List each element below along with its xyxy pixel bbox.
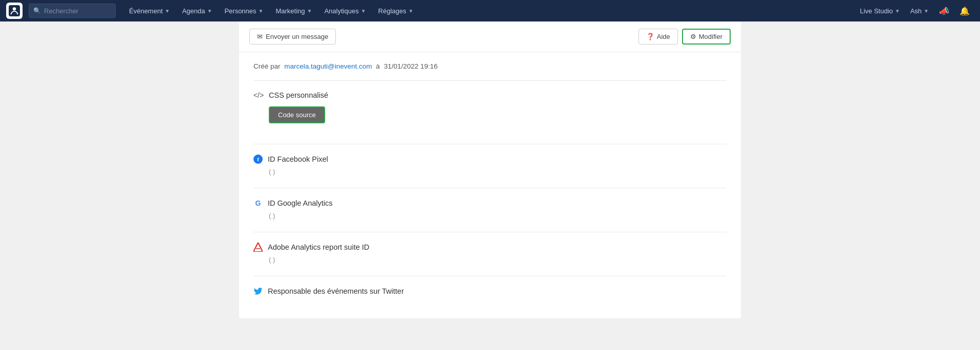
divider xyxy=(253,276,727,276)
megaphone-icon: 📣 xyxy=(939,6,949,16)
divider xyxy=(253,144,727,144)
notifications-megaphone-button[interactable]: 📣 xyxy=(935,0,953,21)
chevron-down-icon: ▼ xyxy=(409,8,414,14)
google-analytics-section: G ID Google Analytics ( ) xyxy=(253,199,727,220)
chevron-down-icon: ▼ xyxy=(895,8,900,14)
facebook-pixel-value: ( ) xyxy=(269,168,727,176)
source-code-button[interactable]: Code source xyxy=(269,106,325,123)
chevron-down-icon: ▼ xyxy=(259,8,264,14)
nav-right-section: Live Studio ▼ Ash ▼ 📣 🔔 xyxy=(856,0,974,21)
facebook-icon: f xyxy=(253,155,263,164)
top-navigation: 🔍 Événement ▼ Agenda ▼ Personnes ▼ Marke… xyxy=(0,0,980,21)
creator-email: marcela.taguti@inevent.com xyxy=(284,62,372,70)
nav-item-reglages[interactable]: Réglages ▼ xyxy=(373,0,419,21)
action-bar: ✉ Envoyer un message ❓ Aide ⚙ Modifier xyxy=(239,21,741,52)
notifications-bell-button[interactable]: 🔔 xyxy=(955,0,974,21)
creator-info: Créé par marcela.taguti@inevent.com à 31… xyxy=(253,62,727,81)
chevron-down-icon: ▼ xyxy=(307,8,312,14)
adobe-analytics-title: Adobe Analytics report suite ID xyxy=(268,243,369,251)
divider xyxy=(253,188,727,188)
nav-item-analytiques[interactable]: Analytiques ▼ xyxy=(319,0,371,21)
nav-item-evenement[interactable]: Événement ▼ xyxy=(124,0,175,21)
facebook-pixel-section: f ID Facebook Pixel ( ) xyxy=(253,155,727,176)
css-section-header: </> CSS personnalisé xyxy=(253,91,727,99)
css-section: </> CSS personnalisé Code source xyxy=(253,91,727,134)
search-box[interactable]: 🔍 xyxy=(29,4,116,18)
send-message-button[interactable]: ✉ Envoyer un message xyxy=(249,29,336,45)
adobe-analytics-value: ( ) xyxy=(269,256,727,264)
gear-icon: ⚙ xyxy=(690,33,696,40)
main-content: ✉ Envoyer un message ❓ Aide ⚙ Modifier C… xyxy=(0,21,980,350)
chevron-down-icon: ▼ xyxy=(924,8,929,14)
divider xyxy=(253,232,727,232)
search-icon: 🔍 xyxy=(33,7,41,14)
chevron-down-icon: ▼ xyxy=(165,8,170,14)
twitter-title: Responsable des événements sur Twitter xyxy=(268,287,404,295)
content-card: ✉ Envoyer un message ❓ Aide ⚙ Modifier C… xyxy=(239,21,741,318)
live-studio-button[interactable]: Live Studio ▼ xyxy=(856,0,904,21)
nav-item-marketing[interactable]: Marketing ▼ xyxy=(270,0,317,21)
google-analytics-header: G ID Google Analytics xyxy=(253,199,727,208)
nav-item-agenda[interactable]: Agenda ▼ xyxy=(177,0,218,21)
search-input[interactable] xyxy=(44,7,111,15)
bell-icon: 🔔 xyxy=(960,6,970,16)
adobe-icon xyxy=(253,243,263,252)
facebook-pixel-title: ID Facebook Pixel xyxy=(268,155,328,163)
code-icon: </> xyxy=(253,91,264,99)
css-section-title: CSS personnalisé xyxy=(269,91,328,99)
google-analytics-value: ( ) xyxy=(269,212,727,220)
adobe-analytics-header: Adobe Analytics report suite ID xyxy=(253,243,727,252)
edit-button[interactable]: ⚙ Modifier xyxy=(682,29,731,45)
twitter-section: Responsable des événements sur Twitter xyxy=(253,287,727,296)
svg-marker-2 xyxy=(253,243,263,252)
svg-point-1 xyxy=(13,7,16,10)
content-body: Créé par marcela.taguti@inevent.com à 31… xyxy=(239,52,741,318)
facebook-pixel-header: f ID Facebook Pixel xyxy=(253,155,727,164)
adobe-analytics-section: Adobe Analytics report suite ID ( ) xyxy=(253,243,727,264)
creator-date: 31/01/2022 19:16 xyxy=(384,62,438,70)
send-icon: ✉ xyxy=(257,33,263,40)
twitter-icon xyxy=(253,287,263,296)
nav-item-personnes[interactable]: Personnes ▼ xyxy=(219,0,268,21)
chevron-down-icon: ▼ xyxy=(361,8,366,14)
chevron-down-icon: ▼ xyxy=(207,8,212,14)
logo[interactable] xyxy=(6,3,23,19)
google-analytics-title: ID Google Analytics xyxy=(268,199,333,207)
google-icon: G xyxy=(253,199,263,208)
help-icon: ❓ xyxy=(646,33,654,40)
help-button[interactable]: ❓ Aide xyxy=(638,29,678,45)
user-menu[interactable]: Ash ▼ xyxy=(906,0,933,21)
action-bar-right: ❓ Aide ⚙ Modifier xyxy=(638,29,731,45)
twitter-header: Responsable des événements sur Twitter xyxy=(253,287,727,296)
